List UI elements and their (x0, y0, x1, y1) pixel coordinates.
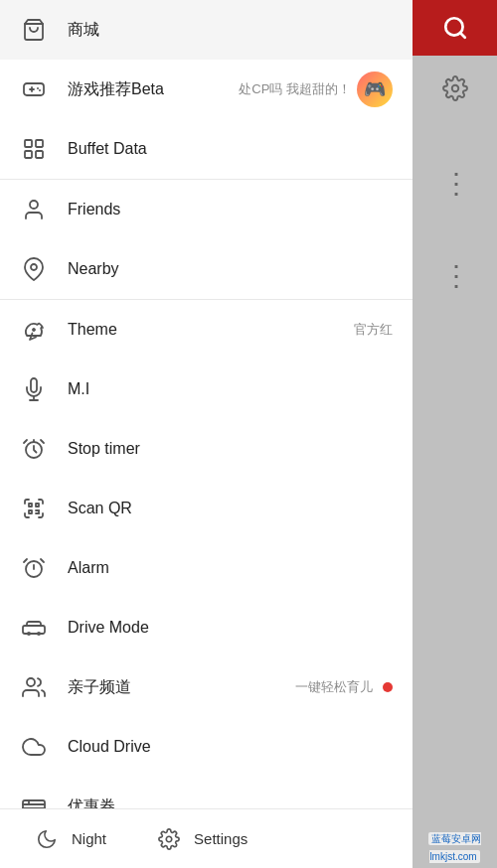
theme-label: Theme (68, 321, 354, 339)
stop-timer-icon (20, 435, 48, 463)
main-container: 商城 游戏推荐Beta 处CP吗 我超甜的！ 🎮 (0, 0, 497, 868)
svg-point-11 (31, 264, 37, 270)
svg-point-5 (39, 89, 41, 91)
night-label: Night (72, 830, 106, 847)
right-panel-top (413, 0, 497, 56)
svg-point-24 (27, 632, 31, 636)
menu-item-drive-mode[interactable]: Drive Mode (0, 598, 413, 657)
mi-icon (20, 375, 48, 403)
game-icon (20, 75, 48, 103)
family-channel-icon (20, 673, 48, 701)
drive-mode-icon (20, 614, 48, 642)
buffet-label: Buffet Data (68, 140, 393, 158)
night-icon (36, 828, 58, 850)
svg-rect-16 (29, 504, 32, 506)
svg-rect-9 (36, 151, 43, 158)
alarm-label: Alarm (68, 559, 393, 577)
theme-badge-text: 官方红 (354, 321, 393, 339)
game-badge-text: 处CP吗 我超甜的！ (239, 80, 351, 98)
settings-label: Settings (194, 830, 248, 847)
nearby-icon (20, 255, 48, 283)
svg-rect-7 (36, 140, 43, 147)
drive-mode-label: Drive Mode (68, 619, 393, 637)
search-button[interactable] (436, 9, 474, 47)
mi-label: M.I (68, 380, 393, 398)
section-3: Theme 官方红 M.I (0, 300, 413, 868)
bottom-bar: Night Settings (0, 808, 413, 868)
dots-icon-2[interactable]: ⋮ (442, 259, 468, 292)
svg-line-34 (460, 33, 465, 38)
menu-item-cloud-drive[interactable]: Cloud Drive (0, 717, 413, 777)
menu-item-alarm[interactable]: Alarm (0, 538, 413, 598)
menu-item-mi[interactable]: M.I (0, 360, 413, 419)
menu-item-buffet[interactable]: Buffet Data (0, 119, 413, 179)
svg-rect-18 (29, 510, 32, 513)
settings-button[interactable]: Settings (142, 820, 263, 858)
friends-label: Friends (68, 201, 393, 218)
shop-label: 商城 (68, 20, 393, 41)
svg-point-10 (30, 201, 38, 209)
svg-rect-17 (36, 504, 39, 506)
svg-rect-8 (25, 151, 32, 158)
section-2: Friends Nearby (0, 180, 413, 300)
settings-icon (158, 828, 180, 850)
night-mode-button[interactable]: Night (20, 820, 122, 858)
cloud-drive-icon (20, 733, 48, 761)
svg-rect-23 (23, 626, 45, 634)
game-badge: 处CP吗 我超甜的！ 🎮 (239, 72, 393, 107)
game-avatar: 🎮 (357, 72, 393, 107)
gear-icon[interactable] (442, 75, 468, 107)
menu-item-nearby[interactable]: Nearby (0, 239, 413, 299)
scan-qr-label: Scan QR (68, 500, 393, 517)
buffet-icon (20, 135, 48, 163)
menu-item-scan-qr[interactable]: Scan QR (0, 479, 413, 538)
svg-point-35 (451, 85, 458, 92)
svg-rect-6 (25, 140, 32, 147)
right-panel: ⋮ ⋮ 蓝莓安卓网lmkjst.com (413, 0, 497, 868)
friends-icon (20, 196, 48, 223)
family-badge-text: 一键轻松育儿 (295, 678, 373, 696)
svg-point-4 (37, 87, 39, 89)
watermark-text: 蓝莓安卓网lmkjst.com (428, 832, 481, 863)
menu-item-game[interactable]: 游戏推荐Beta 处CP吗 我超甜的！ 🎮 (0, 60, 413, 119)
drawer: 商城 游戏推荐Beta 处CP吗 我超甜的！ 🎮 (0, 0, 413, 868)
svg-point-25 (37, 632, 41, 636)
svg-point-32 (166, 836, 172, 842)
menu-item-stop-timer[interactable]: Stop timer (0, 419, 413, 479)
family-red-dot (383, 682, 393, 692)
family-badge: 一键轻松育儿 (295, 678, 393, 696)
stop-timer-label: Stop timer (68, 440, 393, 458)
menu-item-family-channel[interactable]: 亲子频道 一键轻松育儿 (0, 657, 413, 717)
right-panel-icons: ⋮ ⋮ (442, 56, 468, 292)
nearby-label: Nearby (68, 260, 393, 278)
cloud-drive-label: Cloud Drive (68, 738, 393, 756)
theme-icon (20, 316, 48, 344)
alarm-icon (20, 554, 48, 582)
theme-badge: 官方红 (354, 321, 393, 339)
menu-item-shop[interactable]: 商城 (0, 0, 413, 60)
family-channel-label: 亲子频道 (68, 677, 295, 698)
game-label: 游戏推荐Beta (68, 79, 239, 100)
shop-icon (20, 16, 48, 44)
dots-icon-1[interactable]: ⋮ (442, 167, 468, 200)
section-1: 商城 游戏推荐Beta 处CP吗 我超甜的！ 🎮 (0, 0, 413, 180)
watermark: 蓝莓安卓网lmkjst.com (413, 828, 497, 864)
svg-point-26 (27, 678, 35, 686)
menu-item-theme[interactable]: Theme 官方红 (0, 300, 413, 360)
scan-qr-icon (20, 495, 48, 522)
menu-item-friends[interactable]: Friends (0, 180, 413, 239)
